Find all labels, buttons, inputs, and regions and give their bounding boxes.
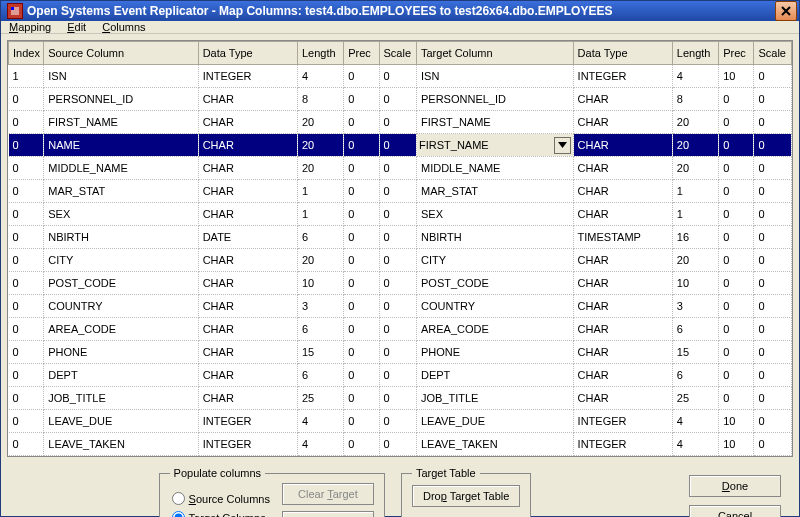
grid-cell[interactable]: 0 (719, 318, 754, 341)
grid-cell[interactable]: 1 (297, 203, 343, 226)
grid-cell[interactable]: 0 (379, 364, 416, 387)
grid-cell[interactable]: CHAR (198, 318, 297, 341)
grid-cell[interactable]: CHAR (198, 157, 297, 180)
grid-cell[interactable]: 0 (344, 387, 379, 410)
grid-cell[interactable]: AREA_CODE (417, 318, 574, 341)
table-row[interactable]: 0MAR_STATCHAR100MAR_STATCHAR100 (9, 180, 792, 203)
grid-cell[interactable]: CHAR (573, 249, 672, 272)
grid-cell[interactable]: 0 (9, 295, 44, 318)
grid-cell[interactable]: 0 (344, 410, 379, 433)
grid-cell[interactable]: 0 (344, 433, 379, 456)
grid-cell[interactable]: 3 (672, 295, 718, 318)
grid-cell[interactable]: LEAVE_TAKEN (44, 433, 198, 456)
grid-cell[interactable]: 4 (297, 433, 343, 456)
grid-cell[interactable]: MIDDLE_NAME (417, 157, 574, 180)
grid-cell[interactable]: 0 (719, 341, 754, 364)
grid-cell[interactable]: TIMESTAMP (573, 226, 672, 249)
grid-cell[interactable]: 0 (719, 111, 754, 134)
grid-cell[interactable]: 0 (754, 157, 792, 180)
radio-source-columns[interactable]: Source Columns (172, 492, 270, 505)
chevron-down-icon[interactable] (554, 137, 571, 154)
grid-cell[interactable]: CHAR (573, 387, 672, 410)
grid-cell[interactable]: 0 (379, 410, 416, 433)
grid-cell[interactable]: JOB_TITLE (44, 387, 198, 410)
grid-cell[interactable]: PHONE (417, 341, 574, 364)
clear-target-button[interactable]: Clear Target (282, 483, 374, 505)
grid-cell[interactable]: CHAR (573, 111, 672, 134)
grid-cell[interactable]: 0 (379, 88, 416, 111)
grid-cell[interactable]: 0 (379, 295, 416, 318)
grid-cell[interactable]: 0 (754, 295, 792, 318)
grid-cell[interactable]: 0 (719, 387, 754, 410)
grid-cell[interactable]: 6 (672, 364, 718, 387)
grid-cell[interactable]: MAR_STAT (417, 180, 574, 203)
table-row[interactable]: 0SEXCHAR100SEXCHAR100 (9, 203, 792, 226)
grid-cell[interactable]: 4 (297, 65, 343, 88)
grid-cell[interactable]: 0 (344, 203, 379, 226)
grid-cell[interactable]: INTEGER (573, 65, 672, 88)
grid-cell[interactable]: CHAR (573, 180, 672, 203)
grid-cell[interactable]: CHAR (573, 295, 672, 318)
grid-cell[interactable]: 0 (9, 226, 44, 249)
grid-cell[interactable]: 0 (719, 203, 754, 226)
grid-header-cell[interactable]: Target Column (417, 42, 574, 65)
grid-cell[interactable]: CHAR (573, 318, 672, 341)
grid-header-cell[interactable]: Length (672, 42, 718, 65)
grid-cell[interactable]: 20 (672, 111, 718, 134)
grid-cell[interactable]: INTEGER (198, 433, 297, 456)
grid-cell[interactable]: 0 (9, 318, 44, 341)
grid-cell[interactable]: 6 (672, 318, 718, 341)
grid-cell[interactable]: CHAR (198, 180, 297, 203)
grid-cell[interactable]: CHAR (198, 364, 297, 387)
grid-cell[interactable]: 0 (9, 134, 44, 157)
grid-cell[interactable]: INTEGER (198, 410, 297, 433)
grid-cell[interactable]: CITY (44, 249, 198, 272)
grid-cell[interactable]: 0 (379, 318, 416, 341)
grid-cell[interactable]: NBIRTH (44, 226, 198, 249)
grid-cell[interactable]: 20 (297, 249, 343, 272)
table-row[interactable]: 0NBIRTHDATE600NBIRTHTIMESTAMP1600 (9, 226, 792, 249)
table-row[interactable]: 0PHONECHAR1500PHONECHAR1500 (9, 341, 792, 364)
grid-cell[interactable]: LEAVE_DUE (44, 410, 198, 433)
grid-cell[interactable]: POST_CODE (44, 272, 198, 295)
grid-cell[interactable]: 0 (719, 226, 754, 249)
menu-columns[interactable]: Columns (102, 21, 145, 33)
grid-cell[interactable]: 0 (719, 157, 754, 180)
grid-cell[interactable]: NBIRTH (417, 226, 574, 249)
grid-cell[interactable]: LEAVE_DUE (417, 410, 574, 433)
table-row[interactable]: 0LEAVE_DUEINTEGER400LEAVE_DUEINTEGER4100 (9, 410, 792, 433)
grid-cell[interactable]: 0 (754, 180, 792, 203)
grid-header-cell[interactable]: Data Type (198, 42, 297, 65)
grid-cell[interactable]: 20 (297, 111, 343, 134)
grid-cell[interactable]: 0 (344, 88, 379, 111)
grid-cell[interactable]: DATE (198, 226, 297, 249)
grid-cell[interactable]: 0 (754, 341, 792, 364)
grid-cell[interactable]: 0 (379, 180, 416, 203)
grid-cell[interactable]: 0 (754, 134, 792, 157)
grid-cell[interactable]: 0 (344, 180, 379, 203)
grid-cell[interactable]: MAR_STAT (44, 180, 198, 203)
grid-cell[interactable]: 0 (9, 180, 44, 203)
grid-cell[interactable]: CHAR (573, 157, 672, 180)
grid-cell[interactable]: ISN (44, 65, 198, 88)
grid-cell[interactable]: SEX (44, 203, 198, 226)
grid-cell[interactable]: 8 (297, 88, 343, 111)
table-row[interactable]: 0NAMECHAR2000FIRST_NAMECHAR2000 (9, 134, 792, 157)
grid-cell[interactable]: CHAR (198, 203, 297, 226)
grid-cell[interactable]: 0 (344, 157, 379, 180)
grid-cell[interactable]: 15 (297, 341, 343, 364)
grid-cell[interactable]: 0 (344, 364, 379, 387)
grid-cell[interactable]: 0 (379, 387, 416, 410)
grid-cell[interactable]: 6 (297, 318, 343, 341)
grid-header-cell[interactable]: Data Type (573, 42, 672, 65)
grid-cell[interactable]: CHAR (198, 249, 297, 272)
grid-cell[interactable]: 0 (754, 433, 792, 456)
grid-cell[interactable]: COUNTRY (44, 295, 198, 318)
grid-cell[interactable]: LEAVE_TAKEN (417, 433, 574, 456)
radio-target-columns[interactable]: Target Columns (172, 511, 270, 517)
grid-cell[interactable]: 0 (754, 364, 792, 387)
grid-cell[interactable]: INTEGER (573, 410, 672, 433)
grid-cell[interactable]: 10 (719, 410, 754, 433)
grid-cell[interactable]: 20 (297, 134, 343, 157)
grid-cell[interactable]: 0 (9, 88, 44, 111)
